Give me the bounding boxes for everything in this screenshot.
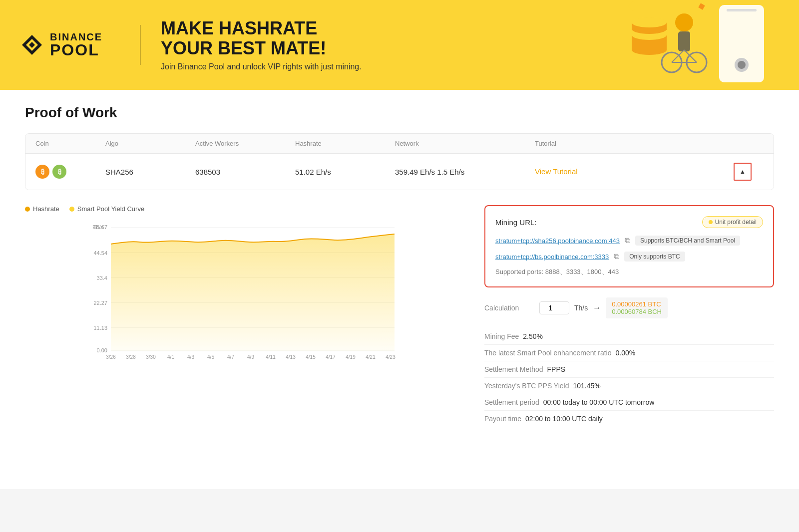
supported-ports-label: Supported ports: (495, 268, 543, 275)
svg-text:3/28: 3/28 (126, 354, 136, 360)
col-header-network: Network (395, 140, 535, 147)
main-content: Proof of Work Coin Algo Active Workers H… (0, 90, 799, 489)
copy-icon-1[interactable]: ⧉ (625, 236, 630, 245)
info-row-settlement-period: Settlement period 00:00 today to 00:00 U… (484, 394, 774, 411)
svg-text:4/1: 4/1 (167, 354, 174, 360)
info-section: Mining Fee 2.50% The latest Smart Pool e… (484, 328, 774, 427)
svg-text:4/7: 4/7 (227, 354, 234, 360)
coin-icons: ₿ ₿ (35, 165, 105, 179)
info-row-settlement-method: Settlement Method FPPS (484, 361, 774, 378)
svg-text:11.13: 11.13 (93, 325, 107, 331)
hashrate-cell: 51.02 Eh/s (295, 168, 395, 176)
mining-fee-value: 2.50% (523, 332, 543, 340)
svg-point-11 (675, 13, 693, 31)
url2-link[interactable]: stratum+tcp://bs.poolbinance.com:3333 (495, 253, 609, 261)
chevron-up-icon: ▲ (740, 168, 746, 175)
url-row-1: stratum+tcp://sha256.poolbinance.com:443… (495, 236, 763, 246)
chart-area-fill (111, 234, 395, 351)
svg-text:3/26: 3/26 (106, 354, 116, 360)
svg-rect-12 (678, 31, 690, 51)
info-row-smart-pool: The latest Smart Pool enhancement ratio … (484, 345, 774, 361)
col-header-active-workers: Active Workers (195, 140, 295, 147)
svg-text:4/15: 4/15 (306, 354, 316, 360)
url2-badge: Only supports BTC (624, 252, 685, 262)
settlement-method-label: Settlement Method (484, 365, 543, 373)
hashrate-legend-dot (25, 207, 30, 212)
supported-ports: Supported ports: 8888、3333、1800、443 (495, 267, 763, 276)
svg-text:0.00: 0.00 (97, 347, 107, 353)
svg-point-21 (738, 61, 746, 69)
svg-text:4/21: 4/21 (366, 354, 376, 360)
mining-url-header: Mining URL: Unit profit detail (495, 216, 763, 228)
settlement-period-label: Settlement period (484, 398, 539, 406)
calculation-section: Calculation Th/s → 0.00000261 BTC 0.0006… (484, 297, 774, 318)
chart-legend: Hashrate Smart Pool Yield Curve (25, 205, 464, 213)
algo-cell: SHA256 (105, 168, 195, 176)
info-row-btc-pps: Yesterday's BTC PPS Yield 101.45% (484, 378, 774, 394)
chart-container: Hashrate Smart Pool Yield Curve 55.67 44… (25, 205, 464, 427)
smart-pool-legend-label: Smart Pool Yield Curve (77, 205, 144, 213)
mining-url-title: Mining URL: (495, 218, 537, 227)
svg-rect-19 (698, 3, 705, 10)
legend-hashrate: Hashrate (25, 205, 59, 213)
calc-bch-value: 0.00060784 (612, 308, 646, 315)
url1-link[interactable]: stratum+tcp://sha256.poolbinance.com:443 (495, 237, 620, 245)
calc-btc-label: BTC (648, 300, 661, 308)
hashrate-legend-label: Hashrate (33, 205, 59, 213)
calc-arrow-icon: → (593, 303, 601, 312)
svg-text:Eh/s: Eh/s (92, 224, 104, 230)
right-panel: Mining URL: Unit profit detail stratum+t… (484, 205, 774, 427)
svg-text:33.4: 33.4 (97, 275, 107, 281)
banner-illustration (549, 0, 799, 90)
copy-icon-2[interactable]: ⧉ (614, 252, 619, 261)
page-title: Proof of Work (25, 105, 774, 121)
svg-rect-18 (628, 1, 638, 11)
col-header-expand (734, 140, 764, 147)
info-row-payout-time: Payout time 02:00 to 10:00 UTC daily (484, 411, 774, 427)
calc-label: Calculation (484, 304, 534, 312)
expand-button[interactable]: ▲ (734, 163, 752, 181)
svg-text:4/3: 4/3 (187, 354, 194, 360)
calc-row: Calculation Th/s → 0.00000261 BTC 0.0006… (484, 297, 774, 318)
view-tutorial-link[interactable]: View Tutorial (535, 167, 578, 176)
mining-url-box: Mining URL: Unit profit detail stratum+t… (484, 205, 774, 287)
svg-text:4/23: 4/23 (386, 354, 396, 360)
smart-pool-legend-dot (69, 207, 74, 212)
active-workers-cell: 638503 (195, 168, 295, 176)
col-header-hashrate: Hashrate (295, 140, 395, 147)
unit-profit-dot-icon (709, 220, 713, 224)
calc-btc-value: 0.00000261 (612, 300, 646, 308)
col-header-tutorial: Tutorial (535, 140, 734, 147)
svg-text:44.54: 44.54 (93, 250, 107, 256)
binance-logo-icon (20, 33, 44, 57)
info-row-mining-fee: Mining Fee 2.50% (484, 328, 774, 345)
illustration-svg (549, 0, 799, 90)
logo: BINANCE POOL (20, 32, 120, 58)
pool-label: POOL (50, 42, 102, 58)
svg-text:4/17: 4/17 (326, 354, 336, 360)
logo-text: BINANCE POOL (50, 32, 102, 58)
chart-svg: 55.67 44.54 33.4 22.27 11.13 0.00 Eh/s (25, 220, 464, 360)
svg-line-16 (684, 50, 697, 62)
url1-badge: Supports BTC/BCH and Smart Pool (635, 236, 740, 246)
bch-icon: ₿ (52, 165, 66, 179)
svg-point-10 (632, 17, 667, 27)
supported-ports-values: 8888、3333、1800、443 (545, 268, 619, 275)
col-header-algo: Algo (105, 140, 195, 147)
binance-label: BINANCE (50, 32, 102, 42)
settlement-method-value: FPPS (547, 365, 566, 373)
svg-rect-4 (727, 9, 757, 11)
calc-input[interactable] (539, 301, 569, 314)
btc-pps-label: Yesterday's BTC PPS Yield (484, 382, 569, 390)
svg-text:4/19: 4/19 (346, 354, 356, 360)
svg-text:4/9: 4/9 (247, 354, 254, 360)
unit-profit-button[interactable]: Unit profit detail (702, 216, 763, 228)
expand-cell: ▲ (734, 163, 764, 181)
table-row: ₿ ₿ SHA256 638503 51.02 Eh/s 359.49 Eh/s… (25, 154, 774, 190)
btc-icon: ₿ (35, 165, 49, 179)
chart-section: Hashrate Smart Pool Yield Curve 55.67 44… (25, 205, 774, 427)
legend-smart-pool: Smart Pool Yield Curve (69, 205, 144, 213)
banner: BINANCE POOL MAKE HASHRATE YOUR BEST MAT… (0, 0, 799, 90)
calc-result: 0.00000261 BTC 0.00060784 BCH (606, 297, 668, 318)
svg-text:4/5: 4/5 (207, 354, 214, 360)
